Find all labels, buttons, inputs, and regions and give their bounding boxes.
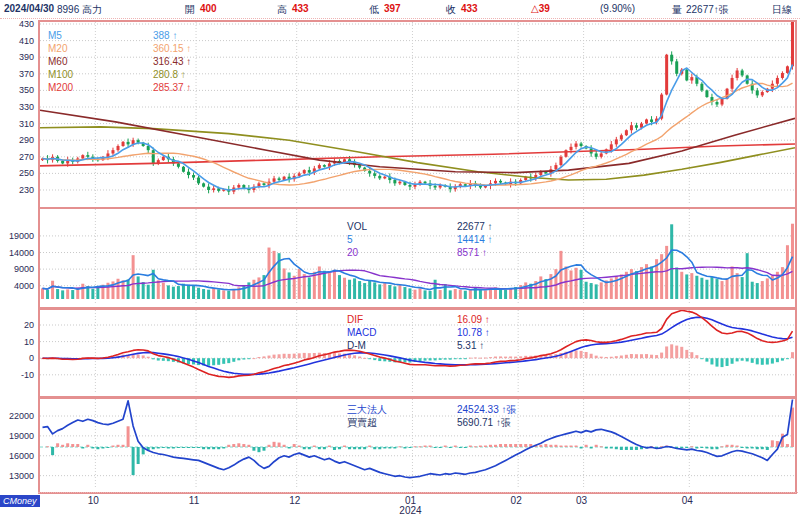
stock-name[interactable]: 8996 高力 — [57, 3, 102, 17]
x-axis-month-label: 04 — [674, 495, 700, 506]
low-label: 低 — [369, 3, 379, 17]
high-value: 433 — [292, 3, 309, 14]
y-axis-label: 370 — [0, 69, 34, 79]
price-chart-panel[interactable]: M5388 ↑M20360.15 ↑M60316.43 ↑M100280.8 ↑… — [38, 20, 797, 210]
y-axis-label: 10 — [0, 337, 34, 347]
y-axis-label: 290 — [0, 135, 34, 145]
header-divider — [0, 18, 800, 19]
volume-value: 22677↑張 — [686, 3, 729, 17]
institutional-chart-panel[interactable]: 三大法人24524.33 ↑張買賣超5690.71 ↑張 — [38, 397, 797, 494]
y-axis-label: 330 — [0, 102, 34, 112]
y-axis-label: 410 — [0, 36, 34, 46]
x-axis-month-label: 02 — [503, 495, 529, 506]
x-axis-month-label: 11 — [181, 495, 207, 506]
y-axis-label: 0 — [0, 353, 34, 363]
low-value: 397 — [384, 3, 401, 14]
y-axis-label: 310 — [0, 119, 34, 129]
period-selector[interactable]: 日線 — [772, 3, 792, 17]
y-axis-label: 20 — [0, 320, 34, 330]
stock-chart-window: 2024/04/30 8996 高力 開 400 高 433 低 397 收 4… — [0, 0, 800, 515]
y-axis-label: 9000 — [0, 264, 34, 274]
y-axis-label: 230 — [0, 185, 34, 195]
x-axis-month-label: 12 — [282, 495, 308, 506]
y-axis-label: 16000 — [0, 451, 34, 461]
y-axis-label: 350 — [0, 85, 34, 95]
change-value: △39 — [531, 3, 550, 14]
y-axis-label: 13000 — [0, 471, 34, 481]
y-axis-label: 4000 — [0, 281, 34, 291]
y-axis-label: 390 — [0, 52, 34, 62]
y-axis-label: 22000 — [0, 411, 34, 421]
volume-chart-canvas — [40, 209, 795, 303]
y-axis-label: 19000 — [0, 431, 34, 441]
y-axis-label: 14000 — [0, 248, 34, 258]
y-axis-label: -10 — [0, 370, 34, 380]
x-axis-year-label: 2024 — [393, 505, 427, 515]
y-axis-label: 270 — [0, 152, 34, 162]
cmoney-logo[interactable]: CMoney — [0, 495, 40, 507]
close-value: 433 — [461, 3, 478, 14]
x-axis-month-label: 10 — [80, 495, 106, 506]
open-label: 開 — [185, 3, 195, 17]
y-axis-label: 430 — [0, 19, 34, 29]
y-axis-label: 19000 — [0, 231, 34, 241]
change-pct: (9.90%) — [600, 3, 635, 14]
volume-label: 量 — [672, 3, 682, 17]
x-axis-month-label: 03 — [569, 495, 595, 506]
close-label: 收 — [446, 3, 456, 17]
institutional-chart-canvas — [40, 399, 795, 488]
volume-chart-panel[interactable]: VOL22677 ↑514414 ↑208571 ↑ — [38, 207, 797, 309]
high-label: 高 — [277, 3, 287, 17]
y-axis-label: 250 — [0, 168, 34, 178]
date-label: 2024/04/30 — [4, 3, 54, 14]
macd-chart-canvas — [40, 310, 795, 392]
xaxis-tick-strip — [38, 492, 798, 493]
macd-chart-panel[interactable]: DIF16.09 ↑MACD10.78 ↑D-M5.31 ↑ — [38, 308, 797, 398]
price-chart-canvas — [40, 22, 795, 204]
open-value: 400 — [200, 3, 217, 14]
